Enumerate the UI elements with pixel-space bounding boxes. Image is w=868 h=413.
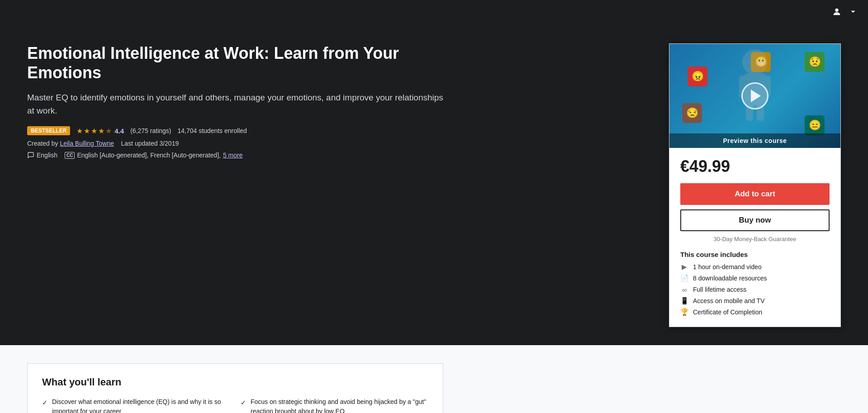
more-subtitles-link[interactable]: 5 more [223, 152, 243, 159]
course-card: 😠 😬 😟 😒 😑 Preview this course [669, 43, 841, 327]
students-count: 14,704 students enrolled [177, 127, 247, 134]
user-icon[interactable] [832, 7, 842, 19]
learn-item-text: Discover what emotional intelligence (EQ… [52, 397, 230, 413]
emoji-squint: 😑 [805, 115, 825, 135]
top-bar-icons [832, 7, 857, 19]
svg-point-0 [835, 8, 838, 11]
include-item: 📱 Access on mobile and TV [680, 297, 830, 305]
document-icon: 📄 [680, 274, 688, 282]
includes-list: ▶ 1 hour on-demand video 📄 8 downloadabl… [680, 263, 830, 316]
star-rating: ★ ★ ★ ★ ★ 4.4 [76, 127, 124, 135]
course-subtitle: Master EQ to identify emotions in yourse… [27, 91, 443, 117]
last-updated-label: Last updated [121, 140, 158, 147]
learn-grid: ✓Discover what emotional intelligence (E… [42, 397, 428, 413]
play-button[interactable] [741, 82, 768, 109]
card-body: €49.99 Add to cart Buy now 30-Day Money-… [669, 148, 840, 327]
ratings-count: (6,275 ratings) [130, 127, 171, 134]
subtitles-item: CC English [Auto-generated], French [Aut… [65, 152, 243, 159]
star-2: ★ [84, 127, 90, 135]
infinity-icon: ∞ [680, 285, 688, 294]
certificate-icon: 🏆 [680, 308, 688, 316]
course-includes-title: This course includes [680, 251, 830, 258]
money-back-guarantee: 30-Day Money-Back Guarantee [680, 236, 830, 242]
hero-section: Emotional Intelligence at Work: Learn fr… [0, 25, 868, 345]
last-updated: 3/2019 [159, 140, 179, 147]
top-bar [0, 0, 868, 25]
main-content: What you'll learn ✓Discover what emotion… [0, 345, 868, 413]
include-text: Certificate of Completion [693, 309, 762, 316]
bestseller-badge: BESTSELLER [27, 126, 70, 135]
include-text: Access on mobile and TV [693, 297, 765, 304]
include-item: ▶ 1 hour on-demand video [680, 263, 830, 271]
preview-label[interactable]: Preview this course [669, 133, 840, 148]
include-item: ∞ Full lifetime access [680, 285, 830, 294]
include-text: 1 hour on-demand video [693, 263, 762, 271]
learn-title: What you'll learn [42, 376, 428, 388]
chevron-down-icon[interactable] [849, 8, 857, 18]
emoji-sad: 😒 [682, 103, 702, 123]
cc-badge: CC [65, 152, 75, 159]
language-row: English CC English [Auto-generated], Fre… [27, 152, 443, 159]
creator-prefix: Created by [27, 140, 58, 147]
speech-bubble-icon [27, 152, 34, 159]
price: €49.99 [680, 157, 830, 176]
rating-number: 4.4 [114, 127, 124, 135]
check-icon: ✓ [42, 398, 47, 408]
subtitles-text: English [Auto-generated], French [Auto-g… [77, 152, 221, 159]
learn-item-text: Focus on strategic thinking and avoid be… [251, 397, 428, 413]
course-title: Emotional Intelligence at Work: Learn fr… [27, 43, 443, 82]
star-3: ★ [91, 127, 97, 135]
emoji-angry: 😠 [688, 66, 707, 86]
star-half: ★ [105, 127, 112, 135]
emoji-frown: 😟 [805, 52, 825, 72]
learn-box: What you'll learn ✓Discover what emotion… [27, 363, 443, 413]
mobile-icon: 📱 [680, 297, 688, 305]
include-text: Full lifetime access [693, 286, 746, 293]
video-preview[interactable]: 😠 😬 😟 😒 😑 Preview this course [669, 44, 840, 148]
include-item: 🏆 Certificate of Completion [680, 308, 830, 316]
include-text: 8 downloadable resources [693, 275, 767, 282]
hero-content: Emotional Intelligence at Work: Learn fr… [27, 43, 461, 159]
svg-point-1 [742, 49, 768, 75]
creator-row: Created by Leila Bulling Towne Last upda… [27, 140, 443, 147]
learn-item: ✓Discover what emotional intelligence (E… [42, 397, 230, 413]
content-area: What you'll learn ✓Discover what emotion… [0, 345, 470, 413]
add-to-cart-button[interactable]: Add to cart [680, 183, 830, 205]
hero-meta-row: BESTSELLER ★ ★ ★ ★ ★ 4.4 (6,275 ratings)… [27, 126, 443, 135]
video-icon: ▶ [680, 263, 688, 271]
star-4: ★ [98, 127, 104, 135]
creator-link[interactable]: Leila Bulling Towne [60, 140, 114, 147]
star-1: ★ [76, 127, 83, 135]
language-text: English [37, 152, 57, 159]
check-icon: ✓ [241, 398, 246, 408]
language-item: English [27, 152, 57, 159]
buy-now-button[interactable]: Buy now [680, 209, 830, 231]
learn-item: ✓Focus on strategic thinking and avoid b… [241, 397, 428, 413]
include-item: 📄 8 downloadable resources [680, 274, 830, 282]
play-triangle-icon [751, 90, 761, 102]
